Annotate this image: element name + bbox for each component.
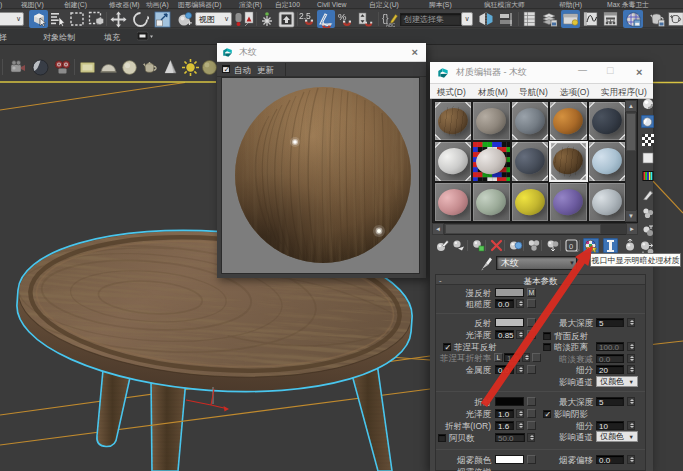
preview-title-bar[interactable]: 木纹 × xyxy=(217,43,426,62)
select-by-material-button[interactable] xyxy=(641,224,654,237)
menu-item-8[interactable]: Civil View xyxy=(317,0,346,9)
subdivs_t-spinner[interactable] xyxy=(627,421,635,430)
ref-coord-dropdown[interactable]: 视图∨ xyxy=(195,12,232,26)
fresnel_ior-map-button[interactable] xyxy=(532,353,541,362)
fog_bias-spinner[interactable] xyxy=(627,455,635,464)
sample-slot-12[interactable] xyxy=(472,182,510,222)
move-button[interactable] xyxy=(109,10,128,28)
reflect_gloss-value[interactable]: 0.85 xyxy=(495,330,514,339)
use-center-button[interactable] xyxy=(233,10,243,28)
id-channel-button[interactable]: 0 xyxy=(564,238,579,253)
material-name-field[interactable]: 木纹 xyxy=(496,256,577,270)
background-button[interactable] xyxy=(641,133,654,146)
back_reflect-checkbox[interactable] xyxy=(543,332,551,340)
sample-slot-14[interactable] xyxy=(549,182,587,222)
snap-25-button[interactable]: 2.5 xyxy=(299,10,315,28)
ior-value[interactable]: 1.6 xyxy=(495,421,514,430)
refract_gloss-value[interactable]: 1.0 xyxy=(495,409,514,418)
spinner-snap-button[interactable] xyxy=(356,10,374,28)
rollout-header[interactable]: - 基本参数 xyxy=(436,275,645,285)
menu-material[interactable]: 材质(M) xyxy=(478,87,508,99)
h-scroll-left-button[interactable]: ◄ xyxy=(432,223,444,235)
make-copy-button[interactable] xyxy=(508,238,523,253)
roughness-spinner[interactable] xyxy=(516,299,524,308)
sample-slot-8[interactable] xyxy=(511,141,549,181)
preview-close-icon[interactable]: × xyxy=(412,46,418,58)
make-preview-button[interactable] xyxy=(641,188,654,201)
roughness-value[interactable]: 0.0 xyxy=(495,299,514,308)
sample-slot-13[interactable] xyxy=(511,182,549,222)
put-library-button[interactable] xyxy=(545,238,560,253)
menu-item-1[interactable]: 视图(V) xyxy=(21,0,44,9)
material-editor-button[interactable] xyxy=(623,10,643,28)
selection-filter-dropdown[interactable]: ∨ xyxy=(0,12,24,26)
reflect-map-button[interactable] xyxy=(527,318,536,327)
reflect-color-swatch[interactable] xyxy=(495,318,524,327)
metalness-map-button[interactable] xyxy=(527,365,536,374)
angle-snap-button[interactable] xyxy=(317,10,335,28)
menu-item-12[interactable]: 帮助(H) xyxy=(559,0,582,9)
menu-item-5[interactable]: 图形编辑器(D) xyxy=(178,0,221,9)
reflect_gloss-map-button[interactable] xyxy=(527,330,536,339)
sample-slot-15[interactable] xyxy=(588,182,626,222)
update-button[interactable]: 更新 xyxy=(257,65,274,77)
fog_color-map-button[interactable] xyxy=(527,455,536,464)
metalness-spinner[interactable] xyxy=(516,365,524,374)
sun-icon[interactable] xyxy=(180,57,200,78)
dim_distance-checkbox[interactable] xyxy=(543,343,551,351)
menu-item-3[interactable]: 修改器(M) xyxy=(109,0,140,9)
menu-item-2[interactable]: 创建(C) xyxy=(64,0,87,9)
menu-mode[interactable]: 模式(D) xyxy=(437,87,466,99)
menu-item-13[interactable]: Max 杀毒卫士 xyxy=(607,0,649,9)
rendered-frame-button[interactable] xyxy=(667,10,683,28)
menu-item-9[interactable]: 自定义(U) xyxy=(369,0,399,9)
max_depth_t-value[interactable]: 5 xyxy=(596,397,624,406)
menu-item-10[interactable]: 脚本(S) xyxy=(429,0,452,9)
scene-explorer-button[interactable] xyxy=(522,10,537,28)
subdivs_r-value[interactable]: 20 xyxy=(596,365,624,374)
dim_falloff-spinner[interactable] xyxy=(627,354,635,363)
fresnel_ior-value[interactable]: 1.6 xyxy=(504,353,520,362)
abbe-spinner[interactable] xyxy=(527,433,535,442)
schematic-view-button[interactable] xyxy=(602,10,619,28)
ribbon-tab-populate[interactable]: 填充 xyxy=(104,32,120,43)
sample-slot-10[interactable] xyxy=(588,141,626,181)
h-scroll-right-button[interactable]: ► xyxy=(626,223,638,235)
dome-moon-icon[interactable] xyxy=(30,57,50,78)
render-setup-button[interactable] xyxy=(648,10,666,28)
rotate-button[interactable] xyxy=(131,10,150,28)
sample-slot-7[interactable] xyxy=(472,141,510,181)
material-name-dropdown-icon[interactable]: ▼ xyxy=(567,256,577,270)
sample-slot-9-selected[interactable] xyxy=(549,141,587,181)
ior-spinner[interactable] xyxy=(516,421,524,430)
table-leg-left[interactable] xyxy=(97,370,131,447)
teapot-icon[interactable] xyxy=(140,57,160,78)
max_depth_r-spinner[interactable] xyxy=(627,318,635,327)
fog_bias-value[interactable]: 0.0 xyxy=(596,455,624,464)
ribbon-toggle-button[interactable] xyxy=(561,10,580,28)
go-parent-button[interactable] xyxy=(622,238,637,253)
table-leg-middle[interactable] xyxy=(151,377,186,471)
backlight-button[interactable] xyxy=(641,115,654,128)
sample-slot-6[interactable] xyxy=(434,141,472,181)
pick-material-icon[interactable] xyxy=(480,256,493,271)
v-scroll-down-button[interactable]: ▼ xyxy=(625,210,637,222)
menu-item-4[interactable]: 动画(A) xyxy=(146,0,169,9)
align-button[interactable] xyxy=(497,10,514,28)
named-sets-dropdown[interactable]: 创建选择集 xyxy=(400,13,462,26)
roughness-map-button[interactable] xyxy=(527,299,536,308)
ribbon-minimize-icon[interactable] xyxy=(137,31,153,42)
menu-item-0[interactable]: ) xyxy=(0,0,2,9)
fresnel_ior-spinner[interactable] xyxy=(522,353,530,362)
sample-slot-3[interactable] xyxy=(511,101,549,141)
video-color-button[interactable] xyxy=(641,170,654,183)
reflect_gloss-spinner[interactable] xyxy=(516,330,524,339)
max_depth_r-value[interactable]: 5 xyxy=(596,318,624,327)
diffuse-color-swatch[interactable] xyxy=(495,288,524,297)
auto-update-checkbox[interactable] xyxy=(222,65,230,73)
sample-slot-4[interactable] xyxy=(549,101,587,141)
ribbon-tab-object-paint[interactable]: 对象绘制 xyxy=(43,32,75,43)
refract-map-button[interactable] xyxy=(527,397,536,406)
sample-tiling-button[interactable] xyxy=(641,152,654,165)
subdivs_t-value[interactable]: 10 xyxy=(596,421,624,430)
